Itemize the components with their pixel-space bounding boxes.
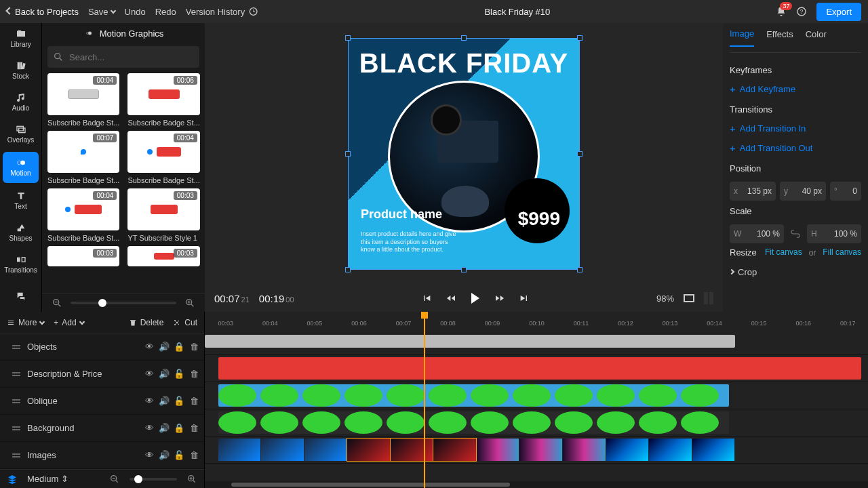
trash-icon[interactable]: 🗑 xyxy=(189,424,199,433)
rail-audio[interactable]: Audio xyxy=(0,87,41,119)
zoom-slider-thumb[interactable] xyxy=(98,299,106,307)
crop-section-toggle[interactable]: Crop xyxy=(730,267,861,277)
resize-handle[interactable] xyxy=(577,35,583,41)
drag-handle-icon[interactable] xyxy=(12,399,20,403)
library-item[interactable]: 00:06Subscribe Badge St... xyxy=(127,73,199,127)
timeline-zoom-slider[interactable] xyxy=(130,478,177,481)
track-oblique[interactable] xyxy=(205,382,868,409)
rail-chat[interactable] xyxy=(0,280,41,312)
go-end-button[interactable] xyxy=(519,293,530,304)
canvas-zoom-value[interactable]: 98% xyxy=(656,293,674,304)
layer-row[interactable]: Oblique👁🔊🔓🗑 xyxy=(0,388,204,415)
visibility-icon[interactable]: 👁 xyxy=(144,451,154,460)
mute-icon[interactable]: 🔊 xyxy=(159,396,169,406)
zoom-slider[interactable] xyxy=(71,302,176,304)
tab-effects[interactable]: Effects xyxy=(766,29,793,46)
zoom-out-icon[interactable] xyxy=(52,298,62,308)
library-search[interactable] xyxy=(47,46,199,68)
layer-row[interactable]: Description & Price👁🔊🔓🗑 xyxy=(0,361,204,388)
visibility-icon[interactable]: 👁 xyxy=(144,342,154,352)
track-description-price[interactable] xyxy=(205,355,868,382)
track-background[interactable] xyxy=(205,409,868,436)
library-item[interactable]: 00:04Subscribe Badge St... xyxy=(127,131,199,184)
rewind-button[interactable] xyxy=(446,293,456,304)
library-item[interactable]: 00:07Subscribe Badge St... xyxy=(47,131,119,184)
position-y-field[interactable]: y40 px xyxy=(780,182,826,201)
drag-handle-icon[interactable] xyxy=(12,453,20,458)
add-transition-in-button[interactable]: +Add Transition In xyxy=(730,123,861,134)
position-x-field[interactable]: x135 px xyxy=(730,182,776,201)
library-item[interactable]: 00:04Subscribe Badge St... xyxy=(47,73,119,127)
library-item[interactable]: 00:03YT Subscribe Style 1 xyxy=(127,188,199,242)
rail-library[interactable]: Library xyxy=(0,23,41,55)
mute-icon[interactable]: 🔊 xyxy=(159,369,169,379)
library-item[interactable]: 00:03 xyxy=(127,246,199,266)
add-transition-out-button[interactable]: +Add Transition Out xyxy=(730,142,861,154)
scale-w-field[interactable]: W100 % xyxy=(730,224,784,243)
track-objects[interactable] xyxy=(205,328,868,355)
rail-transitions[interactable]: Transitions xyxy=(0,248,41,280)
version-history-button[interactable]: Version History xyxy=(186,6,258,17)
rail-motion[interactable]: Motion xyxy=(3,152,39,184)
more-menu[interactable]: More xyxy=(7,318,44,327)
back-to-projects-link[interactable]: Back to Projects xyxy=(7,7,79,17)
lock-icon[interactable]: 🔓 xyxy=(174,369,184,379)
timeline-ruler[interactable]: 00:03 00:04 00:05 00:06 00:07 00:08 00:0… xyxy=(205,312,868,328)
help-icon[interactable]: ? xyxy=(796,6,807,17)
link-scale-icon[interactable] xyxy=(788,224,803,243)
trash-icon[interactable]: 🗑 xyxy=(189,396,199,406)
tab-color[interactable]: Color xyxy=(806,29,827,46)
drag-handle-icon[interactable] xyxy=(12,345,20,349)
fill-canvas-button[interactable]: Fill canvas xyxy=(823,247,861,257)
play-button[interactable] xyxy=(470,293,481,304)
track-size-menu[interactable]: Medium ⇕ xyxy=(27,474,68,484)
scrollbar-thumb[interactable] xyxy=(231,483,510,487)
fit-canvas-button[interactable]: Fit canvas xyxy=(765,247,802,257)
lock-icon[interactable]: 🔒 xyxy=(174,424,184,433)
mute-icon[interactable]: 🔊 xyxy=(159,342,169,352)
timeline-tracks[interactable]: 00:03 00:04 00:05 00:06 00:07 00:08 00:0… xyxy=(205,312,868,488)
lock-icon[interactable]: 🔒 xyxy=(174,342,184,352)
cut-button[interactable]: Cut xyxy=(173,318,197,327)
layer-row[interactable]: Images👁🔊🔓🗑 xyxy=(0,442,204,469)
canvas-stage[interactable]: BLACK FRIDAY $999 Product name Insert pr… xyxy=(205,23,723,285)
artboard[interactable]: BLACK FRIDAY $999 Product name Insert pr… xyxy=(349,39,579,269)
go-start-button[interactable] xyxy=(421,293,432,304)
add-menu[interactable]: +Add xyxy=(54,318,83,327)
zoom-in-icon[interactable] xyxy=(184,298,195,308)
mute-icon[interactable]: 🔊 xyxy=(159,451,169,460)
rail-overlays[interactable]: Overlays xyxy=(0,119,41,150)
save-menu[interactable]: Save xyxy=(88,7,115,17)
resize-handle[interactable] xyxy=(345,267,351,272)
clip[interactable] xyxy=(218,411,729,434)
playhead[interactable] xyxy=(424,312,425,488)
tab-image[interactable]: Image xyxy=(730,28,754,47)
resize-handle[interactable] xyxy=(345,151,351,157)
fullscreen-icon[interactable] xyxy=(684,294,694,302)
library-item[interactable]: 00:03 xyxy=(47,246,119,266)
delete-button[interactable]: Delete xyxy=(129,318,164,327)
undo-button[interactable]: Undo xyxy=(125,7,146,17)
layer-row[interactable]: Objects👁🔊🔒🗑 xyxy=(0,333,204,361)
visibility-icon[interactable]: 👁 xyxy=(144,396,154,406)
layers-icon[interactable] xyxy=(7,474,18,485)
clip[interactable] xyxy=(205,335,735,348)
drag-handle-icon[interactable] xyxy=(12,372,20,376)
canvas-title-text[interactable]: BLACK FRIDAY xyxy=(349,48,579,79)
layer-row[interactable]: Background👁🔊🔒🗑 xyxy=(0,415,204,442)
trash-icon[interactable]: 🗑 xyxy=(189,342,199,352)
canvas-product-name[interactable]: Product name xyxy=(361,207,442,222)
add-keyframe-button[interactable]: +Add Keyframe xyxy=(730,83,861,95)
zoom-slider-thumb[interactable] xyxy=(134,475,142,483)
rotation-field[interactable]: °0 xyxy=(830,182,861,201)
rail-stock[interactable]: Stock xyxy=(0,55,41,87)
trash-icon[interactable]: 🗑 xyxy=(189,451,199,460)
resize-handle[interactable] xyxy=(461,267,467,272)
drag-handle-icon[interactable] xyxy=(12,426,20,430)
clip[interactable] xyxy=(218,439,736,461)
notifications-button[interactable]: 37 xyxy=(776,6,787,17)
rail-shapes[interactable]: Shapes xyxy=(0,216,41,248)
zoom-in-icon[interactable] xyxy=(186,474,197,485)
trash-icon[interactable]: 🗑 xyxy=(189,369,199,379)
export-button[interactable]: Export xyxy=(816,3,861,21)
